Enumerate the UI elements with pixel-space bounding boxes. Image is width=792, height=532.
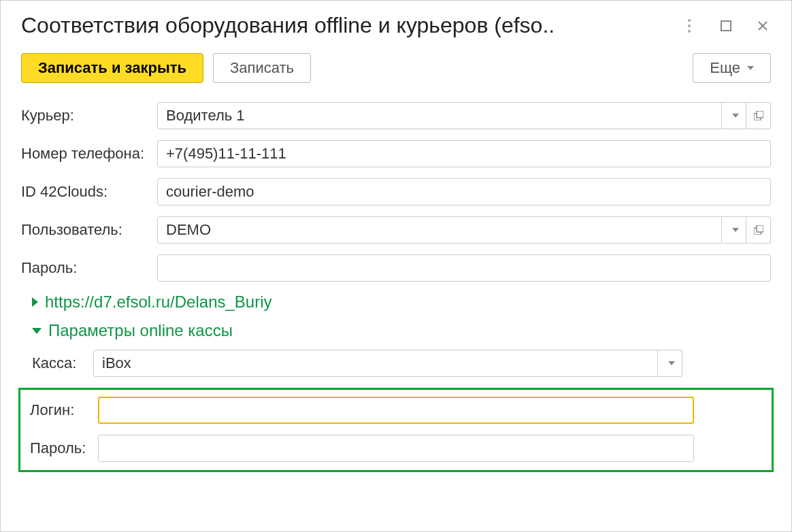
user-open-button[interactable] bbox=[746, 216, 771, 244]
kassa-password-label: Пароль: bbox=[30, 439, 98, 457]
user-label: Пользователь: bbox=[21, 221, 157, 239]
password-input[interactable] bbox=[157, 254, 771, 282]
page-title: Соответствия оборудования offline и курь… bbox=[21, 13, 670, 38]
user-input[interactable] bbox=[157, 216, 722, 244]
id42-input[interactable] bbox=[157, 178, 771, 205]
kassa-password-input[interactable] bbox=[98, 435, 694, 462]
chevron-down-icon bbox=[747, 66, 754, 70]
more-button-label: Еще bbox=[710, 59, 740, 77]
close-icon[interactable] bbox=[755, 18, 771, 34]
phone-input[interactable] bbox=[157, 140, 771, 167]
chevron-down-icon bbox=[32, 328, 42, 334]
save-button[interactable]: Записать bbox=[213, 53, 311, 83]
chevron-down-icon bbox=[732, 114, 739, 118]
more-options-icon[interactable] bbox=[681, 18, 697, 34]
link-section-header[interactable]: https://d7.efsol.ru/Delans_Buriy bbox=[32, 293, 771, 312]
phone-label: Номер телефона: bbox=[21, 145, 157, 163]
user-dropdown-button[interactable] bbox=[722, 216, 746, 244]
login-input[interactable] bbox=[98, 397, 694, 424]
id42-label: ID 42Clouds: bbox=[21, 183, 157, 201]
password-label: Пароль: bbox=[21, 259, 157, 277]
svg-rect-4 bbox=[757, 111, 763, 118]
courier-open-button[interactable] bbox=[746, 102, 771, 129]
online-kassa-section-title: Параметры online кассы bbox=[48, 321, 233, 340]
chevron-right-icon bbox=[32, 297, 38, 307]
save-and-close-button[interactable]: Записать и закрыть bbox=[21, 53, 203, 83]
courier-input[interactable] bbox=[157, 102, 722, 129]
kassa-input[interactable] bbox=[93, 350, 658, 377]
kassa-label: Касса: bbox=[32, 354, 93, 372]
more-button[interactable]: Еще bbox=[693, 53, 771, 83]
courier-dropdown-button[interactable] bbox=[722, 102, 746, 129]
kassa-dropdown-button[interactable] bbox=[658, 350, 682, 377]
online-kassa-section-header[interactable]: Параметры online кассы bbox=[32, 321, 771, 340]
open-icon bbox=[754, 111, 763, 120]
chevron-down-icon bbox=[732, 228, 739, 232]
open-icon bbox=[754, 225, 763, 235]
svg-rect-0 bbox=[721, 21, 731, 31]
svg-rect-6 bbox=[757, 225, 763, 232]
chevron-down-icon bbox=[668, 361, 675, 365]
credentials-highlight-box: Логин: Пароль: bbox=[18, 388, 774, 472]
courier-label: Курьер: bbox=[21, 107, 157, 124]
maximize-icon[interactable] bbox=[718, 18, 734, 34]
link-section-title: https://d7.efsol.ru/Delans_Buriy bbox=[45, 293, 272, 312]
login-label: Логин: bbox=[30, 401, 98, 419]
